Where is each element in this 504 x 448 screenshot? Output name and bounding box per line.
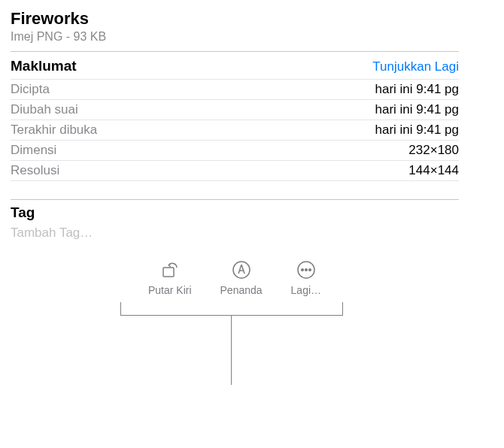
more-icon (296, 260, 316, 280)
info-value: 144×144 (408, 163, 459, 178)
rotate-left-label: Putar Kiri (148, 284, 192, 296)
file-title: Fireworks (11, 9, 459, 29)
info-section-title: Maklumat (11, 58, 77, 74)
svg-point-4 (305, 269, 308, 271)
info-panel: Fireworks Imej PNG - 93 KB Maklumat Tunj… (0, 0, 469, 305)
info-row-created: Dicipta hari ini 9:41 pg (11, 79, 459, 100)
info-label: Diubah suai (11, 102, 78, 117)
info-value: hari ini 9:41 pg (375, 82, 459, 97)
info-row-opened: Terakhir dibuka hari ini 9:41 pg (11, 120, 459, 141)
divider (11, 51, 459, 52)
markup-label: Penanda (220, 284, 263, 296)
info-value: hari ini 9:41 pg (375, 123, 459, 138)
info-row-resolution: Resolusi 144×144 (11, 161, 459, 181)
svg-point-1 (233, 262, 250, 278)
more-label: Lagi… (291, 284, 321, 296)
info-rows: Dicipta hari ini 9:41 pg Diubah suai har… (11, 79, 459, 181)
show-more-link[interactable]: Tunjukkan Lagi (372, 59, 459, 74)
file-subtitle: Imej PNG - 93 KB (11, 30, 459, 44)
svg-rect-0 (163, 268, 174, 277)
info-label: Resolusi (11, 163, 59, 178)
bracket-horizontal (120, 302, 343, 316)
rotate-left-icon (160, 260, 180, 280)
info-row-modified: Diubah suai hari ini 9:41 pg (11, 100, 459, 120)
info-value: 232×180 (408, 143, 459, 158)
info-value: hari ini 9:41 pg (375, 102, 459, 117)
info-label: Dicipta (11, 82, 50, 97)
info-header: Maklumat Tunjukkan Lagi (11, 58, 459, 74)
more-button[interactable]: Lagi… (291, 260, 321, 296)
tag-input[interactable] (11, 226, 459, 241)
rotate-left-button[interactable]: Putar Kiri (148, 260, 192, 296)
action-toolbar: Putar Kiri Penanda Lagi… (11, 260, 459, 296)
tag-section-title: Tag (11, 199, 459, 221)
svg-point-5 (309, 269, 311, 271)
info-label: Dimensi (11, 143, 56, 158)
markup-icon (232, 260, 251, 280)
svg-point-3 (302, 269, 304, 271)
info-label: Terakhir dibuka (11, 123, 97, 138)
tag-section: Tag (11, 199, 459, 241)
markup-button[interactable]: Penanda (220, 260, 263, 296)
bracket-vertical (231, 316, 232, 385)
info-row-dimensions: Dimensi 232×180 (11, 141, 459, 161)
